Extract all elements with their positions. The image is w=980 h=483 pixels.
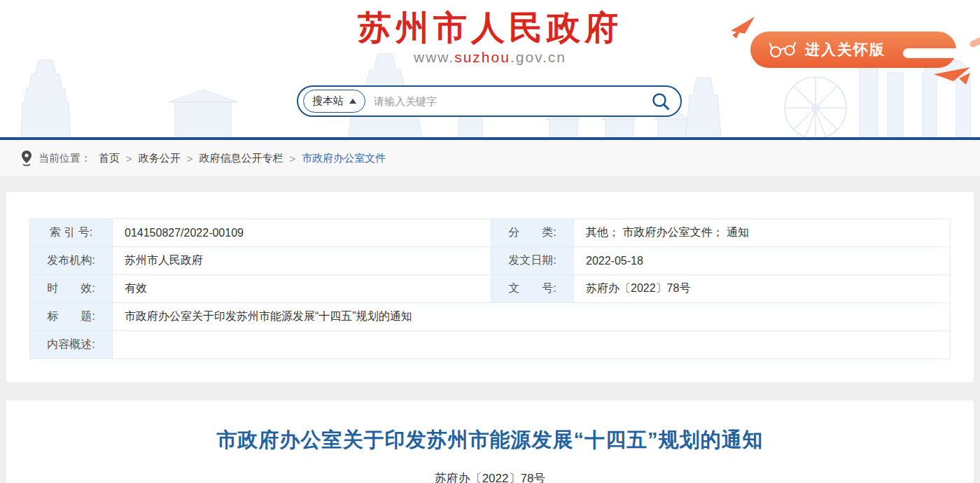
- meta-value-doc-number: 苏府办〔2022〕78号: [574, 275, 951, 303]
- document-title: 市政府办公室关于印发苏州市能源发展“十四五”规划的通知: [6, 426, 974, 454]
- breadcrumb-item-home[interactable]: 首页: [99, 152, 120, 165]
- meta-value-validity: 有效: [113, 275, 491, 303]
- breadcrumb-separator: >: [126, 153, 132, 164]
- glasses-icon: [769, 41, 797, 59]
- search-icon[interactable]: [651, 92, 671, 111]
- meta-row-agency-date: 发布机构: 苏州市人民政府 发文日期: 2022-05-18: [30, 247, 951, 275]
- document-meta-card: 索 引 号: 014150827/2022-00109 分 类: 其他； 市政府…: [6, 191, 974, 383]
- meta-value-title: 市政府办公室关于印发苏州市能源发展“十四五”规划的通知: [113, 303, 951, 331]
- site-url-highlight: suzhou: [454, 49, 510, 65]
- meta-row-validity-number: 时 效: 有效 文 号: 苏府办〔2022〕78号: [30, 275, 951, 303]
- meta-label-category: 分 类:: [491, 219, 574, 247]
- meta-label-validity: 时 效:: [30, 275, 113, 303]
- meta-label-index: 索 引 号:: [30, 219, 113, 247]
- meta-label-doc-number: 文 号:: [491, 275, 574, 303]
- breadcrumb: 当前位置： 首页 > 政务公开 > 政府信息公开专栏 > 市政府办公室文件: [0, 140, 980, 176]
- site-url-suffix: .gov.cn: [510, 49, 566, 65]
- breadcrumb-item-disclosure-column[interactable]: 政府信息公开专栏: [200, 152, 284, 165]
- meta-row-summary: 内容概述:: [30, 331, 951, 359]
- search-scope-label: 搜本站: [312, 94, 344, 108]
- meta-row-title: 标 题: 市政府办公室关于印发苏州市能源发展“十四五”规划的通知: [30, 303, 951, 331]
- meta-label-title: 标 题:: [30, 303, 113, 331]
- meta-label-summary: 内容概述:: [30, 331, 113, 359]
- site-header: 苏州市人民政府 www.suzhou.gov.cn 搜本站 进入关怀版: [0, 0, 980, 137]
- breadcrumb-item-current[interactable]: 市政府办公室文件: [302, 152, 386, 165]
- meta-value-issue-date: 2022-05-18: [574, 247, 951, 275]
- meta-label-issue-date: 发文日期:: [491, 247, 574, 275]
- document-card: 市政府办公室关于印发苏州市能源发展“十四五”规划的通知 苏府办〔2022〕78号: [6, 400, 974, 483]
- breadcrumb-label: 当前位置：: [38, 152, 91, 165]
- meta-value-agency: 苏州市人民政府: [113, 247, 491, 275]
- breadcrumb-separator: >: [187, 153, 193, 164]
- meta-label-agency: 发布机构:: [30, 247, 113, 275]
- search-scope-dropdown[interactable]: 搜本站: [303, 90, 365, 113]
- breadcrumb-separator: >: [290, 153, 296, 164]
- location-pin-icon: [21, 150, 32, 167]
- document-meta-table: 索 引 号: 014150827/2022-00109 分 类: 其他； 市政府…: [29, 218, 951, 359]
- search-input[interactable]: [374, 91, 644, 112]
- breadcrumb-item-govinfo[interactable]: 政务公开: [139, 152, 181, 165]
- chevron-up-icon: [349, 99, 356, 104]
- meta-value-summary: [113, 331, 951, 359]
- search-bar: 搜本站: [297, 85, 682, 117]
- meta-row-index-category: 索 引 号: 014150827/2022-00109 分 类: 其他； 市政府…: [30, 219, 951, 247]
- paper-plane-icon: [729, 15, 756, 39]
- site-url-prefix: www.: [414, 49, 454, 65]
- meta-value-category: 其他； 市政府办公室文件； 通知: [574, 219, 951, 247]
- paper-plane-icon: [934, 67, 976, 85]
- meta-value-index: 014150827/2022-00109: [113, 219, 491, 247]
- care-button-label: 进入关怀版: [805, 40, 886, 59]
- document-number: 苏府办〔2022〕78号: [6, 470, 974, 483]
- care-button-slot-decoration: [903, 48, 980, 58]
